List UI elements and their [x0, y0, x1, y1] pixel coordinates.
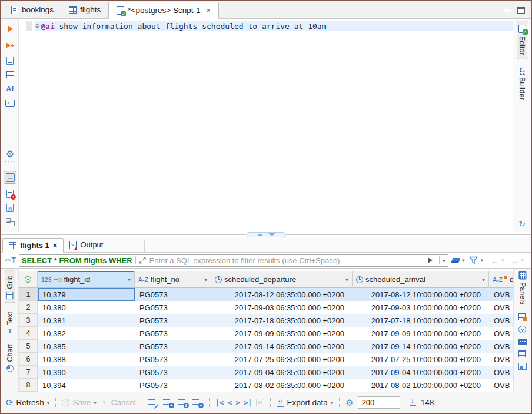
delete-row-button[interactable]: −	[192, 399, 203, 407]
tab-bookings[interactable]: bookings	[4, 1, 61, 18]
execute-script-button[interactable]	[1, 54, 19, 67]
table-row[interactable]: 210,380PG05732017-09-03 06:35:00.000 +02…	[19, 301, 513, 314]
cell-flight_no[interactable]: PG0573	[135, 353, 211, 366]
export-data-button[interactable]: ⇧ Export data ▾	[277, 398, 333, 407]
refresh-button[interactable]: ⟳ Refresh ▾	[6, 398, 49, 407]
export-caret-icon[interactable]: ▾	[331, 400, 334, 406]
table-row[interactable]: 810,394PG05732017-08-02 06:35:00.000 +02…	[19, 379, 513, 392]
cell-scheduled_departure[interactable]: 2017-08-12 06:35:00.000 +0200	[211, 288, 353, 301]
fold-icon[interactable]: ⊖	[35, 22, 39, 30]
cell-d[interactable]: OVB	[489, 301, 513, 314]
cell-scheduled_departure[interactable]: 2017-07-25 06:35:00.000 +0200	[211, 353, 353, 366]
cell-flight_no[interactable]: PG0573	[135, 314, 211, 327]
refresh-caret-icon[interactable]: ▾	[47, 400, 50, 406]
cell-scheduled_departure[interactable]: 2017-07-18 06:35:00.000 +0200	[211, 314, 353, 327]
cell-scheduled_departure[interactable]: 2017-09-04 06:35:00.000 +0200	[211, 366, 353, 379]
table-row[interactable]: 610,388PG05732017-07-25 06:35:00.000 +02…	[19, 353, 513, 366]
column-header-flight_no[interactable]: A-Zflight_no▾	[135, 271, 211, 288]
cell-scheduled_arrival[interactable]: 2017-07-18 10:00:00.000 +0200	[353, 314, 489, 327]
execute-statement-button[interactable]	[1, 22, 19, 35]
row-number[interactable]: 8	[19, 379, 38, 392]
table-row[interactable]: 110,379PG05732017-08-12 06:35:00.000 +02…	[19, 288, 513, 301]
row-number[interactable]: 6	[19, 353, 38, 366]
cell-scheduled_departure[interactable]: 2017-09-09 06:35:00.000 +0200	[211, 327, 353, 340]
metadata-panel-icon[interactable]	[518, 326, 526, 333]
tab-text-view[interactable]: T Text	[5, 308, 15, 336]
sash-up-icon[interactable]	[257, 233, 264, 236]
column-filter-caret-icon[interactable]: ▾	[345, 276, 348, 283]
expand-filter-icon[interactable]	[139, 257, 146, 264]
table-row[interactable]: 510,385PG05732017-09-14 06:35:00.000 +02…	[19, 340, 513, 353]
cell-scheduled_departure[interactable]: 2017-09-03 06:35:00.000 +0200	[211, 301, 353, 314]
apply-filter-icon[interactable]	[428, 257, 433, 263]
cell-d[interactable]: OVB	[489, 314, 513, 327]
tab-output[interactable]: Output	[64, 237, 109, 252]
tab-flights-1[interactable]: flights 1 ×	[2, 238, 64, 253]
cell-flight_id[interactable]: 10,394	[38, 379, 135, 392]
references-panel-icon[interactable]	[518, 350, 526, 357]
row-number[interactable]: 5	[19, 340, 38, 353]
row-number[interactable]: 1	[19, 288, 38, 301]
value-panel-icon[interactable]	[518, 313, 526, 320]
row-number[interactable]: 7	[19, 366, 38, 379]
fetch-size-input[interactable]	[358, 396, 400, 409]
cell-d[interactable]: OVB	[489, 288, 513, 301]
cell-flight_id[interactable]: 10,379	[38, 288, 135, 301]
maximize-icon[interactable]	[517, 7, 525, 14]
fetch-all-rows-icon[interactable]	[409, 399, 417, 406]
cell-flight_no[interactable]: PG0573	[135, 288, 211, 301]
tab-panels[interactable]: Panels	[518, 271, 527, 304]
funnel-caret-icon[interactable]: ▾	[480, 257, 483, 263]
execute-new-tab-button[interactable]: +	[1, 39, 19, 52]
cell-scheduled_arrival[interactable]: 2017-08-12 10:00:00.000 +0200	[353, 288, 489, 301]
error-log-button[interactable]	[1, 187, 19, 200]
table-row[interactable]: 310,381PG05732017-07-18 06:35:00.000 +02…	[19, 314, 513, 327]
row-number[interactable]: 2	[19, 301, 38, 314]
cell-scheduled_departure[interactable]: 2017-09-14 06:35:00.000 +0200	[211, 340, 353, 353]
parameters-button[interactable]	[1, 201, 19, 214]
eraser-caret-icon[interactable]: ▾	[462, 257, 465, 263]
add-row-button[interactable]: +	[163, 399, 174, 407]
sql-editor-canvas[interactable]: ⊖ @ai show information about flights sch…	[19, 19, 513, 232]
cell-d[interactable]: OVB	[489, 327, 513, 340]
cell-scheduled_arrival[interactable]: 2017-07-25 10:00:00.000 +0200	[353, 353, 489, 366]
last-page-button[interactable]: >|	[244, 398, 252, 407]
first-page-button[interactable]: |<	[215, 398, 224, 407]
cell-flight_id[interactable]: 10,388	[38, 353, 135, 366]
cell-flight_no[interactable]: PG0573	[135, 366, 211, 379]
cell-scheduled_arrival[interactable]: 2017-08-02 10:00:00.000 +0200	[353, 379, 489, 392]
cancel-button[interactable]: × Cancel	[101, 398, 136, 407]
save-button[interactable]: ✓ Save ▾	[62, 398, 96, 407]
tab-chart-view[interactable]: Chart	[5, 340, 15, 376]
column-filter-caret-icon[interactable]: ▾	[128, 276, 131, 283]
minimize-icon[interactable]	[504, 9, 511, 12]
focus-row-button[interactable]	[256, 399, 264, 406]
column-header-scheduled_arrival[interactable]: scheduled_arrival▾	[353, 271, 489, 288]
row-number[interactable]: 3	[19, 314, 38, 327]
tab-grid-view[interactable]: Grid	[5, 271, 15, 303]
execute-in-new-tab-toggle[interactable]: →	[4, 171, 16, 184]
column-header-flight_id[interactable]: 123flight_id▾	[38, 271, 135, 288]
cell-flight_id[interactable]: 10,381	[38, 314, 135, 327]
cell-flight_id[interactable]: 10,382	[38, 327, 135, 340]
column-header-d[interactable]: A-Zd▾	[489, 271, 513, 288]
cell-flight_no[interactable]: PG0573	[135, 327, 211, 340]
close-tab-icon[interactable]: ×	[206, 6, 211, 15]
cell-d[interactable]: OVB	[489, 353, 513, 366]
previous-page-button[interactable]: <	[227, 398, 231, 407]
cell-d[interactable]: OVB	[489, 340, 513, 353]
editor-current-line[interactable]: ⊖ @ai show information about flights sch…	[35, 21, 513, 31]
tab-flights[interactable]: flights	[61, 1, 108, 18]
column-filter-caret-icon[interactable]: ▾	[204, 276, 207, 283]
table-row[interactable]: 710,390PG05732017-09-04 06:35:00.000 +02…	[19, 366, 513, 379]
splitter-sash[interactable]	[247, 232, 285, 237]
select-all-corner-cell[interactable]	[19, 271, 38, 288]
duplicate-row-button[interactable]: 2	[178, 399, 188, 407]
sash-down-icon[interactable]	[268, 233, 275, 236]
layout-panel-icon[interactable]	[518, 363, 527, 370]
execute-statements-grid-button[interactable]	[1, 68, 19, 81]
ai-assistant-button[interactable]: AI	[1, 82, 19, 95]
column-filter-caret-icon[interactable]: ▾	[482, 276, 485, 283]
aggregate-panel-icon[interactable]	[518, 339, 527, 345]
cell-flight_no[interactable]: PG0573	[135, 379, 211, 392]
